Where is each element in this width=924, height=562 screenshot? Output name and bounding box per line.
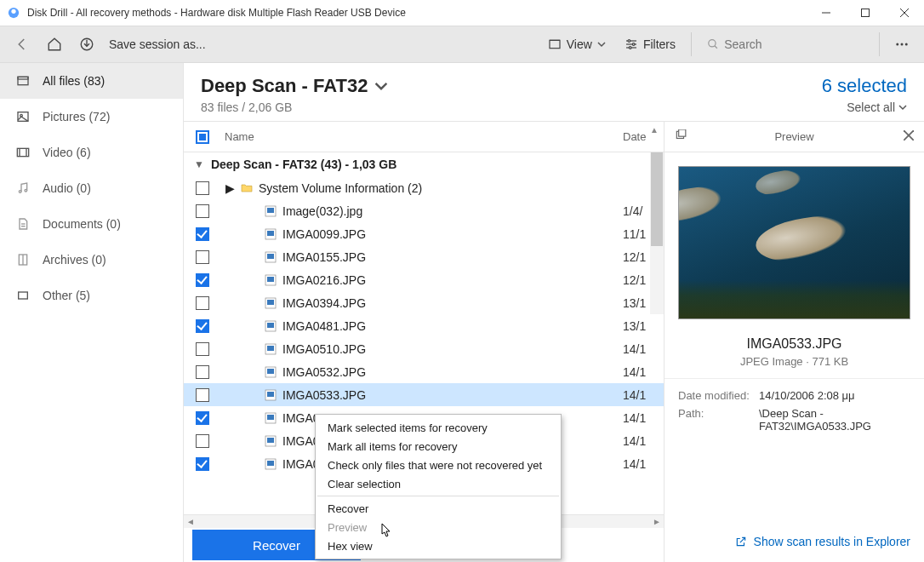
file-row[interactable]: IMGA0394.JPG13/1 — [184, 291, 664, 314]
svg-point-14 — [632, 43, 635, 46]
sidebar-item[interactable]: Other (5) — [0, 278, 183, 313]
image-file-icon — [262, 227, 279, 241]
scan-title: Deep Scan - FAT32 — [201, 75, 368, 97]
svg-rect-22 — [18, 77, 28, 79]
more-button[interactable] — [888, 31, 915, 58]
file-row[interactable]: IMGA0099.JPG11/1 — [184, 222, 664, 245]
image-file-icon — [262, 204, 279, 218]
sidebar-icon — [15, 217, 31, 231]
vertical-scrollbar[interactable] — [650, 152, 664, 314]
row-checkbox[interactable] — [196, 181, 209, 195]
row-checkbox[interactable] — [196, 273, 209, 287]
row-checkbox[interactable] — [196, 319, 209, 333]
row-checkbox[interactable] — [196, 250, 209, 264]
image-file-icon — [262, 365, 279, 379]
context-menu-item[interactable]: Recover — [316, 499, 561, 518]
svg-rect-58 — [267, 461, 274, 466]
context-menu: Mark selected items for recoveryMark all… — [315, 414, 562, 559]
sidebar-item-label: Pictures (72) — [43, 110, 110, 123]
svg-rect-52 — [267, 392, 274, 397]
select-all-checkbox[interactable] — [196, 130, 209, 144]
row-checkbox[interactable] — [196, 434, 209, 448]
svg-point-15 — [629, 47, 631, 49]
context-menu-item: Preview — [316, 518, 561, 536]
back-button[interactable] — [9, 31, 36, 58]
row-checkbox[interactable] — [196, 296, 209, 310]
chevron-down-icon[interactable] — [374, 79, 388, 93]
file-row[interactable]: IMGA0533.JPG14/1 — [184, 383, 664, 406]
file-row[interactable]: ▶System Volume Information (2) — [184, 176, 664, 199]
svg-rect-54 — [267, 415, 274, 420]
filters-button[interactable]: Filters — [618, 31, 682, 58]
save-session-label[interactable]: Save session as... — [109, 37, 206, 51]
row-checkbox[interactable] — [196, 457, 209, 471]
select-all-button[interactable]: Select all — [822, 100, 907, 114]
sidebar-icon — [15, 289, 31, 302]
sidebar-item[interactable]: Documents (0) — [0, 206, 183, 242]
context-menu-item[interactable]: Check only files that were not recovered… — [316, 456, 561, 474]
context-menu-item[interactable]: Mark selected items for recovery — [316, 418, 561, 437]
context-menu-item[interactable]: Hex view — [316, 536, 561, 555]
show-in-explorer-label: Show scan results in Explorer — [754, 535, 910, 548]
file-row[interactable]: IMGA0532.JPG14/1 — [184, 360, 664, 383]
selected-count: 6 selected — [822, 75, 907, 97]
search-field[interactable] — [700, 31, 870, 58]
sidebar-item[interactable]: Video (6) — [0, 135, 183, 170]
search-input[interactable] — [724, 37, 864, 51]
view-dropdown[interactable]: View — [541, 31, 613, 58]
svg-rect-50 — [267, 369, 274, 374]
collapse-icon[interactable]: ▼ — [194, 158, 204, 170]
sidebar-item-label: Video (6) — [43, 146, 91, 159]
external-link-icon — [735, 536, 747, 548]
column-name[interactable]: Name — [221, 130, 623, 143]
home-button[interactable] — [41, 31, 68, 58]
svg-rect-21 — [18, 77, 28, 84]
file-name: IMGA0099.JPG — [279, 227, 623, 241]
file-row[interactable]: IMGA0481.JPG13/1 — [184, 314, 664, 337]
row-checkbox[interactable] — [196, 411, 209, 425]
sidebar-item[interactable]: Audio (0) — [0, 170, 183, 206]
row-checkbox[interactable] — [196, 342, 209, 356]
select-all-label: Select all — [847, 100, 895, 114]
row-checkbox[interactable] — [196, 365, 209, 379]
group-label: Deep Scan - FAT32 (43) - 1,03 GB — [211, 158, 396, 171]
svg-rect-40 — [267, 254, 274, 259]
close-preview-button[interactable] — [904, 130, 914, 143]
cursor-icon — [376, 523, 391, 544]
save-session-button[interactable] — [73, 31, 100, 58]
group-row[interactable]: ▼ Deep Scan - FAT32 (43) - 1,03 GB — [184, 152, 664, 176]
sort-arrow-icon: ▲ — [650, 125, 659, 135]
scan-subtitle: 83 files / 2,06 GB — [201, 100, 388, 114]
file-row[interactable]: IMGA0155.JPG12/1 — [184, 245, 664, 268]
minimize-button[interactable] — [807, 0, 846, 26]
svg-point-29 — [25, 189, 27, 192]
folder-icon — [238, 181, 255, 195]
image-file-icon — [262, 457, 279, 471]
file-date: 14/1 — [623, 388, 664, 402]
context-menu-item[interactable]: Mark all items for recovery — [316, 437, 561, 456]
svg-rect-46 — [267, 323, 274, 328]
row-checkbox[interactable] — [196, 204, 209, 218]
sidebar-item[interactable]: Archives (0) — [0, 242, 183, 278]
popout-icon[interactable] — [675, 129, 687, 144]
file-row[interactable]: IMGA0510.JPG14/1 — [184, 337, 664, 360]
show-in-explorer-link[interactable]: Show scan results in Explorer — [664, 525, 924, 562]
row-checkbox[interactable] — [196, 388, 209, 402]
search-icon — [707, 37, 719, 51]
toolbar: Save session as... View Filters — [0, 26, 924, 63]
row-checkbox[interactable] — [196, 227, 209, 241]
preview-title: Preview — [774, 130, 813, 143]
sidebar-item[interactable]: Pictures (72) — [0, 99, 183, 135]
context-menu-item[interactable]: Clear selection — [316, 474, 561, 493]
svg-rect-60 — [679, 129, 686, 136]
file-date: 14/1 — [623, 457, 664, 471]
expand-icon[interactable]: ▶ — [221, 181, 238, 195]
file-row[interactable]: Image(032).jpg1/4/ — [184, 199, 664, 222]
maximize-button[interactable] — [846, 0, 885, 26]
close-button[interactable] — [885, 0, 924, 26]
image-file-icon — [262, 319, 279, 333]
sidebar-item[interactable]: All files (83) — [0, 63, 183, 99]
sidebar-item-label: Other (5) — [43, 289, 90, 302]
file-row[interactable]: IMGA0216.JPG12/1 — [184, 268, 664, 291]
svg-rect-36 — [267, 208, 274, 213]
